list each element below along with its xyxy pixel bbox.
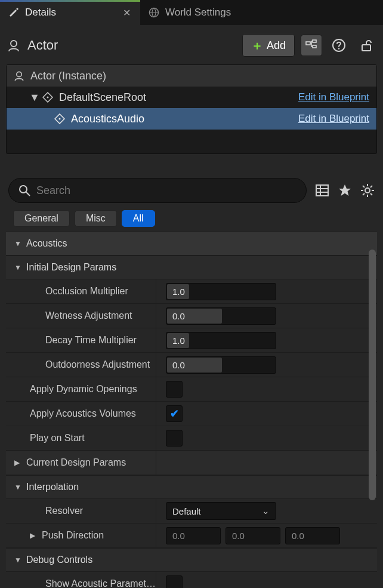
play-on-start-checkbox[interactable]: [166, 430, 183, 447]
svg-line-24: [363, 193, 365, 195]
prop-apply-dynamic-openings: Apply Dynamic Openings: [6, 377, 377, 402]
input-value: 1.0: [172, 335, 185, 346]
tree-root-label: Actor (Instance): [30, 70, 106, 82]
unlock-icon: [360, 39, 373, 52]
input-value: 0.0: [172, 360, 185, 370]
prop-label: Apply Dynamic Openings: [30, 384, 137, 395]
select-value: Default: [172, 506, 201, 516]
wetness-adjustment-input[interactable]: 0.0: [166, 307, 276, 325]
actor-icon: [6, 38, 21, 53]
input-value: 0.0: [292, 531, 304, 541]
actor-title: Actor: [27, 38, 236, 53]
occlusion-multiplier-input[interactable]: 1.0: [166, 283, 276, 300]
scrollbar[interactable]: [369, 250, 376, 500]
input-value: 0.0: [232, 531, 245, 541]
search-box[interactable]: [8, 178, 307, 203]
svg-rect-2: [306, 42, 310, 45]
svg-point-1: [11, 41, 17, 47]
tab-details[interactable]: Details ✕: [0, 0, 140, 25]
gear-icon: [360, 183, 375, 198]
category-interpolation[interactable]: ▼ Interpolation: [6, 475, 377, 499]
tab-bar: Details ✕ World Settings: [0, 0, 383, 25]
prop-play-on-start: Play on Start: [6, 426, 377, 451]
category-label: Current Design Params: [26, 457, 126, 468]
prop-resolver: Resolver Default ⌄: [6, 499, 377, 524]
lock-button[interactable]: [356, 35, 377, 56]
prop-label: Show Acoustic Paramet…: [45, 578, 156, 588]
plus-icon: ＋: [251, 38, 263, 54]
filter-misc[interactable]: Misc: [75, 210, 117, 227]
prop-label: Push Direction: [42, 530, 104, 541]
push-direction-z-input[interactable]: 0.0: [285, 527, 340, 544]
category-acoustics[interactable]: ▼ Acoustics: [6, 232, 377, 255]
filter-all[interactable]: All: [122, 210, 155, 227]
decay-time-multiplier-input[interactable]: 1.0: [166, 332, 276, 349]
input-value: 1.0: [172, 287, 185, 297]
chevron-right-icon: ▶: [14, 458, 21, 467]
edit-in-blueprint-link[interactable]: Edit in Blueprint: [298, 91, 369, 103]
svg-point-10: [59, 118, 61, 120]
globe-icon: [149, 7, 159, 18]
chevron-down-icon: ▼: [14, 483, 21, 491]
browse-button[interactable]: [301, 35, 322, 56]
input-value: 0.0: [172, 311, 185, 321]
prop-decay-time-multiplier: Decay Time Multiplier 1.0: [6, 328, 377, 353]
settings-button[interactable]: [360, 183, 375, 198]
search-row: [6, 178, 377, 203]
push-direction-x-input[interactable]: 0.0: [166, 527, 221, 544]
input-value: 0.0: [172, 531, 185, 541]
filter-general[interactable]: General: [13, 210, 70, 227]
category-current-design-params[interactable]: ▶ Current Design Params: [6, 451, 377, 475]
edit-in-blueprint-link[interactable]: Edit in Blueprint: [298, 113, 369, 125]
resolver-select[interactable]: Default ⌄: [166, 502, 276, 520]
prop-label: Outdoorness Adjustment: [45, 359, 150, 370]
tree-item-label: DefaultSceneRoot: [59, 91, 146, 104]
add-button[interactable]: ＋ Add: [242, 34, 295, 57]
prop-push-direction: ▶ Push Direction 0.0 0.0 0.0: [6, 524, 377, 548]
tab-label: Details: [25, 7, 56, 19]
property-grid: ▼ Acoustics ▼ Initial Design Params Occl…: [6, 232, 377, 588]
prop-label: Wetness Adjustment: [45, 310, 132, 321]
category-label: Initial Design Params: [26, 262, 116, 273]
category-label: Acoustics: [26, 238, 67, 249]
prop-outdoorness-adjustment: Outdoorness Adjustment 0.0: [6, 353, 377, 377]
prop-label: Decay Time Multiplier: [45, 335, 137, 346]
actor-icon: [13, 70, 26, 82]
search-input[interactable]: [36, 184, 296, 197]
close-icon[interactable]: ✕: [122, 7, 132, 19]
prop-label: Apply Acoustics Volumes: [30, 408, 136, 419]
push-direction-y-input[interactable]: 0.0: [226, 527, 280, 544]
tab-world-settings[interactable]: World Settings: [140, 0, 239, 25]
filter-chips: General Misc All: [6, 203, 377, 232]
category-debug-controls[interactable]: ▼ Debug Controls: [6, 548, 377, 572]
tree-item-default-scene-root[interactable]: ▼ DefaultSceneRoot Edit in Blueprint: [7, 87, 376, 108]
apply-acoustics-volumes-checkbox[interactable]: [166, 405, 183, 422]
tree-item-label: AcousticsAudio: [71, 113, 144, 125]
show-acoustic-parameters-checkbox[interactable]: [166, 575, 183, 588]
chevron-right-icon[interactable]: ▶: [30, 531, 37, 540]
apply-dynamic-openings-checkbox[interactable]: [166, 381, 183, 398]
details-icon: [8, 7, 19, 18]
prop-occlusion-multiplier: Occlusion Multiplier 1.0: [6, 279, 377, 304]
header: Actor ＋ Add: [6, 31, 377, 60]
component-tree: Actor (Instance) ▼ DefaultSceneRoot Edit…: [6, 64, 377, 154]
svg-line-12: [26, 192, 30, 196]
prop-show-acoustic-parameters: Show Acoustic Paramet…: [6, 572, 377, 588]
chevron-down-icon[interactable]: ▼: [29, 91, 39, 104]
tree-item-acoustics-audio[interactable]: AcousticsAudio Edit in Blueprint: [7, 108, 376, 130]
add-button-label: Add: [267, 39, 286, 52]
property-matrix-button[interactable]: [315, 183, 329, 198]
tab-label: World Settings: [165, 7, 231, 19]
help-button[interactable]: [328, 35, 350, 56]
svg-point-6: [338, 48, 340, 50]
chevron-down-icon: ▼: [14, 263, 21, 272]
favorites-button[interactable]: [338, 183, 352, 198]
svg-rect-13: [316, 185, 328, 196]
svg-rect-7: [362, 45, 370, 51]
tree-root[interactable]: Actor (Instance): [7, 65, 376, 87]
category-initial-design-params[interactable]: ▼ Initial Design Params: [6, 255, 377, 279]
chevron-down-icon: ▼: [14, 239, 21, 248]
help-icon: [332, 38, 346, 53]
outdoorness-adjustment-input[interactable]: 0.0: [166, 356, 276, 374]
svg-line-25: [370, 186, 372, 187]
